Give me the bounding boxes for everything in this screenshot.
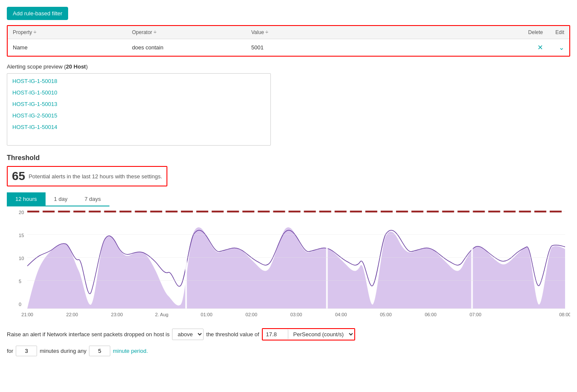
- filter-delete-cell[interactable]: ✕: [522, 39, 548, 56]
- for-suffix: minute period.: [113, 348, 148, 354]
- svg-text:20: 20: [19, 210, 24, 215]
- chart-container: 20 15 10 5 0 21:00 22:00 23:00 2. Aug 01…: [7, 206, 570, 321]
- svg-text:23:00: 23:00: [111, 312, 123, 317]
- col-header-property: Property ÷: [8, 26, 127, 39]
- list-item: HOST-IG-1-50018: [7, 75, 270, 87]
- svg-text:5: 5: [19, 279, 21, 284]
- add-rule-button[interactable]: Add rule-based filter: [7, 7, 68, 20]
- tab-1day[interactable]: 1 day: [46, 192, 76, 206]
- for-minutes2-input[interactable]: [89, 346, 110, 356]
- filter-table-row: Name does contain 5001 ✕ ⌄: [8, 39, 569, 56]
- unit-select[interactable]: PerSecond (count/s) PerMinute (count/m): [288, 329, 354, 340]
- filter-table: Property ÷ Operator ÷ Value ÷ Delete Edi…: [8, 26, 569, 56]
- col-header-operator: Operator ÷: [127, 26, 246, 39]
- svg-text:21:00: 21:00: [21, 312, 33, 317]
- threshold-value-box: PerSecond (count/s) PerMinute (count/m): [262, 328, 355, 340]
- for-prefix: for: [7, 348, 13, 354]
- svg-text:15: 15: [19, 233, 24, 238]
- svg-text:04:00: 04:00: [335, 312, 347, 317]
- list-item: HOST-IG-1-50010: [7, 87, 270, 98]
- svg-text:06:00: 06:00: [425, 312, 436, 317]
- condition-select[interactable]: above below equal: [172, 329, 204, 340]
- svg-text:07:00: 07:00: [470, 312, 482, 317]
- svg-text:05:00: 05:00: [380, 312, 392, 317]
- tab-12hours[interactable]: 12 hours: [7, 192, 46, 206]
- col-header-delete: Delete: [522, 26, 548, 39]
- svg-text:0: 0: [19, 302, 21, 307]
- alert-count-text: Potential alerts in the last 12 hours wi…: [29, 173, 162, 180]
- filter-value-cell: 5001: [246, 39, 522, 56]
- alerting-scope-title: Alerting scope preview (20 Host): [7, 63, 570, 70]
- svg-text:02:00: 02:00: [246, 312, 258, 317]
- for-row: for minutes during any minute period.: [7, 346, 570, 356]
- alert-config-row: Raise an alert if Network interface sent…: [7, 328, 570, 340]
- filter-table-wrapper: Property ÷ Operator ÷ Value ÷ Delete Edi…: [7, 25, 570, 57]
- chart-svg: 20 15 10 5 0 21:00 22:00 23:00 2. Aug 01…: [7, 206, 570, 321]
- svg-text:03:00: 03:00: [290, 312, 302, 317]
- col-header-value: Value ÷: [246, 26, 522, 39]
- edit-icon[interactable]: ⌄: [559, 44, 564, 51]
- alert-config-prefix: Raise an alert if Network interface sent…: [7, 331, 169, 338]
- svg-text:01:00: 01:00: [201, 312, 212, 317]
- threshold-title: Threshold: [7, 154, 570, 162]
- threshold-value-input[interactable]: [263, 329, 288, 339]
- for-minutes1-input[interactable]: [16, 346, 37, 356]
- filter-edit-cell[interactable]: ⌄: [548, 39, 569, 56]
- svg-text:08:00: 08:00: [559, 312, 570, 317]
- svg-text:22:00: 22:00: [66, 312, 78, 317]
- delete-icon[interactable]: ✕: [537, 44, 543, 51]
- filter-property-cell: Name: [8, 39, 127, 56]
- scope-list[interactable]: HOST-IG-1-50018 HOST-IG-1-50010 HOST-IG-…: [7, 73, 271, 146]
- list-item: HOST-IG-1-50014: [7, 121, 270, 133]
- svg-text:2. Aug: 2. Aug: [155, 312, 168, 317]
- filter-operator-cell: does contain: [127, 39, 246, 56]
- alert-count-box: 65 Potential alerts in the last 12 hours…: [7, 166, 167, 186]
- for-mid-text: minutes during any: [40, 348, 86, 354]
- time-tabs: 12 hours 1 day 7 days: [7, 192, 570, 206]
- alert-config-mid-text: the threshold value of: [206, 331, 259, 338]
- list-item: HOST-IG-1-50013: [7, 98, 270, 110]
- tab-7days[interactable]: 7 days: [76, 192, 109, 206]
- col-header-edit: Edit: [548, 26, 569, 39]
- list-item: HOST-IG-2-50015: [7, 110, 270, 121]
- alert-count-number: 65: [12, 169, 25, 183]
- svg-text:10: 10: [19, 256, 24, 261]
